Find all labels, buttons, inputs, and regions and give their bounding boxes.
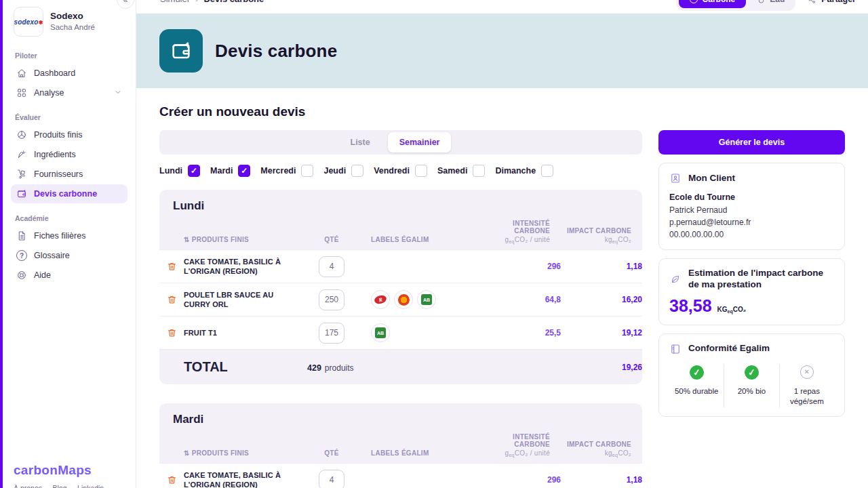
topbar: Simuler › Devis carbone Carbone Eau Part… [136, 0, 868, 14]
carbone-icon [690, 0, 698, 3]
org-name: Sodexo [50, 7, 95, 21]
aop-badge [394, 290, 413, 309]
checkbox-mercredi[interactable] [301, 165, 313, 177]
carrot-icon [16, 149, 27, 160]
checkbox-dimanche[interactable] [541, 165, 553, 177]
client-card: Mon Client Ecole du Tourne Patrick Perna… [658, 163, 845, 250]
share-button[interactable]: Partager [808, 0, 856, 4]
generer-devis-button[interactable]: Générer le devis [658, 130, 845, 155]
logo-star-icon: ✱ [39, 20, 43, 26]
share-icon [808, 0, 816, 4]
col-impact-carbone: IMPACT CARBONE kgeqCO₂ [550, 227, 631, 243]
client-card-title: Mon Client [688, 173, 735, 184]
day-filter-lundi: Lundi ✓ [159, 165, 200, 177]
client-name: Ecole du Tourne [669, 191, 834, 204]
carbonmaps-logo: carbonMaps [14, 463, 104, 478]
estimation-title: Estimation de l'impact carbone de ma pre… [688, 268, 834, 291]
labels-cell: R AB [364, 290, 479, 309]
day-table-lundi: Lundi ⇅ PRODUITS FINIS QTÉ LABELS ÉGALIM… [159, 190, 642, 384]
checkbox-mardi[interactable]: ✓ [238, 165, 250, 177]
col-qte: QTÉ [299, 449, 364, 457]
view-toggle: Liste Semainier [159, 130, 642, 155]
client-email: p.pernaud@letourne.fr [669, 216, 834, 228]
checkbox-lundi[interactable]: ✓ [188, 165, 200, 177]
intensite-value: 25,5 [479, 328, 561, 338]
mode-carbone-button[interactable]: Carbone [679, 0, 747, 8]
table-row: CAKE TOMATE, BASILIC À L'ORIGAN (REGION)… [159, 463, 642, 488]
quantity-input[interactable] [319, 256, 344, 277]
blog-link[interactable]: Blog [53, 484, 67, 488]
sidebar-item-devis-carbonne[interactable]: Devis carbonne [11, 184, 127, 203]
impact-value: 1,18 [561, 262, 642, 271]
sidebar-item-fournisseurs[interactable]: Fournisseurs [11, 165, 127, 184]
day-title: Lundi [159, 199, 642, 213]
sidebar-item-analyse[interactable]: Analyse [11, 83, 127, 102]
mode-eau-button[interactable]: Eau [749, 0, 793, 8]
check-icon: ✓ [689, 364, 705, 380]
tab-semainier[interactable]: Semainier [388, 132, 452, 152]
quantity-input[interactable] [319, 289, 344, 310]
delete-row-button[interactable] [159, 294, 184, 305]
nav-section-piloter: Piloter [15, 52, 127, 60]
trash-icon [167, 327, 177, 338]
checkbox-jeudi[interactable] [351, 165, 363, 177]
document-icon [16, 230, 27, 241]
ab-bio-badge: AB [371, 323, 390, 342]
quantity-input[interactable] [319, 470, 344, 488]
day-title: Mardi [159, 413, 642, 426]
sodexo-logo: sodexo✱ [14, 7, 43, 37]
sidebar-footer: carbonMaps À propos · Blog · Linkedin [14, 463, 104, 488]
day-filter-vendredi: Vendredi [374, 165, 427, 177]
checkbox-vendredi[interactable] [415, 165, 427, 177]
day-table-mardi: Mardi ⇅ PRODUITS FINIS QTÉ LABELS ÉGALIM… [159, 403, 642, 488]
sidebar-item-produits-finis[interactable]: Produits finis [11, 125, 127, 144]
sidebar: sodexo✱ Sodexo Sacha André Piloter Dashb… [0, 0, 136, 488]
egalim-card: Conformité Egalim ✓ 50% durable ✓ 20% bi… [658, 333, 845, 417]
tab-liste[interactable]: Liste [351, 138, 370, 147]
impact-value: 19,12 [561, 328, 642, 338]
delete-row-button[interactable] [159, 327, 184, 338]
sidebar-item-glossaire[interactable]: ? Glossaire [11, 246, 127, 265]
total-impact: 19,26 [561, 363, 642, 372]
book-icon [669, 343, 682, 355]
sidebar-item-aide[interactable]: Aide [11, 266, 127, 285]
trash-icon [167, 261, 177, 272]
client-contact: Patrick Pernaud [669, 204, 834, 216]
days-filter: Lundi ✓ Mardi ✓ Mercredi Jeudi [159, 165, 642, 177]
sidebar-item-ingredients[interactable]: Ingrédients [11, 145, 127, 164]
day-filter-samedi: Samedi [437, 165, 485, 177]
droplet-icon [757, 0, 766, 4]
sphere-icon [16, 129, 27, 140]
checkbox-samedi[interactable] [473, 165, 485, 177]
delete-row-button[interactable] [159, 474, 184, 485]
sidebar-item-fiches-filieres[interactable]: Fiches filières [11, 226, 127, 245]
page-title: Devis carbone [215, 41, 337, 62]
chevron-down-icon[interactable] [114, 88, 122, 98]
breadcrumb-parent[interactable]: Simuler [160, 0, 190, 4]
quantity-input[interactable] [319, 323, 344, 344]
egalim-vege: ✕ 1 repas végé/sem [779, 364, 834, 407]
col-produits-finis[interactable]: ⇅ PRODUITS FINIS [184, 236, 299, 243]
day-filter-jeudi: Jeudi [323, 165, 363, 177]
check-icon: ✓ [744, 364, 760, 380]
delete-row-button[interactable] [159, 261, 184, 272]
sidebar-nav: Piloter Dashboard Analyse Évaluer Produi… [0, 37, 136, 285]
labels-cell: AB [364, 323, 479, 342]
apropos-link[interactable]: À propos [14, 484, 42, 488]
intensite-value: 64,8 [479, 295, 561, 304]
table-header: ⇅ PRODUITS FINIS QTÉ LABELS ÉGALIM INTEN… [159, 426, 642, 463]
x-circle-icon: ✕ [800, 365, 814, 379]
col-impact-carbone: IMPACT CARBONE kgeqCO₂ [550, 441, 631, 457]
nav-section-evaluer: Évaluer [15, 113, 127, 121]
estimation-value: 38,58 [669, 296, 712, 316]
page-header-banner: Devis carbone [136, 14, 868, 88]
brand-stripe [0, 0, 3, 488]
table-row: CAKE TOMATE, BASILIC À L'ORIGAN (REGION)… [159, 249, 642, 283]
col-produits-finis[interactable]: ⇅ PRODUITS FINIS [184, 449, 299, 457]
section-heading: Créer un nouveau devis [159, 104, 845, 119]
sidebar-item-dashboard[interactable]: Dashboard [11, 64, 127, 83]
linkedin-link[interactable]: Linkedin [77, 484, 104, 488]
grid-icon [16, 87, 27, 98]
day-filter-mercredi: Mercredi [260, 165, 313, 177]
col-intensite-carbone: INTENSITÉ CARBONE geqCO₂ / unité [479, 433, 550, 457]
